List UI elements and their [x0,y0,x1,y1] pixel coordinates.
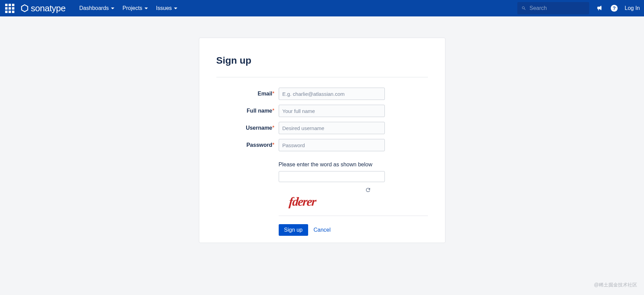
email-row: Email* [216,88,428,100]
nav-issues[interactable]: Issues [156,5,177,11]
password-field[interactable] [279,139,385,151]
nav-projects[interactable]: Projects [123,5,148,11]
nav-dashboards[interactable]: Dashboards [79,5,114,11]
nav-item-label: Projects [123,5,142,11]
login-link[interactable]: Log In [625,5,640,11]
email-field[interactable] [279,88,385,100]
search-container[interactable] [517,2,589,14]
brand-logo[interactable]: sonatype [21,3,66,14]
signup-button[interactable]: Sign up [279,224,308,236]
help-icon: ? [610,4,618,12]
brand-name: sonatype [31,3,66,14]
nav-menu: Dashboards Projects Issues [79,5,177,11]
divider [216,77,428,77]
captcha-field[interactable] [279,171,385,182]
svg-text:?: ? [613,5,616,11]
nav-right: ? Log In [517,2,640,14]
refresh-icon [365,187,371,193]
page-title: Sign up [216,55,428,66]
nav-item-label: Dashboards [79,5,109,11]
apps-grid-icon [5,4,14,13]
captcha-label: Please enter the word as shown below [279,162,428,168]
search-icon [521,5,526,11]
fullname-field[interactable] [279,105,385,117]
chevron-down-icon [174,8,177,9]
feedback-button[interactable] [596,4,604,12]
username-row: Username* [216,122,428,134]
megaphone-icon [596,4,604,12]
app-switcher-button[interactable] [4,3,15,14]
password-label: Password* [216,142,275,148]
captcha-image: fderer [288,194,316,209]
signup-card: Sign up Email* Full name* Username* Pass… [199,38,445,243]
chevron-down-icon [111,8,114,9]
captcha-section: Please enter the word as shown below fde… [279,162,428,209]
username-field[interactable] [279,122,385,134]
top-navbar: sonatype Dashboards Projects Issues [0,0,644,16]
svg-marker-0 [22,5,28,12]
page-content: Sign up Email* Full name* Username* Pass… [0,16,644,243]
watermark: @稀土掘金技术社区 [594,282,637,288]
chevron-down-icon [144,8,148,9]
nav-item-label: Issues [156,5,172,11]
username-label: Username* [216,125,275,131]
fullname-label: Full name* [216,108,275,114]
search-input[interactable] [529,5,585,11]
password-row: Password* [216,139,428,151]
help-button[interactable]: ? [610,4,618,12]
hexagon-icon [21,4,29,12]
fullname-row: Full name* [216,105,428,117]
cancel-link[interactable]: Cancel [314,227,331,233]
captcha-image-row: fderer [279,187,385,209]
refresh-captcha-button[interactable] [365,187,371,194]
email-label: Email* [216,91,275,97]
form-actions: Sign up Cancel [279,216,428,236]
